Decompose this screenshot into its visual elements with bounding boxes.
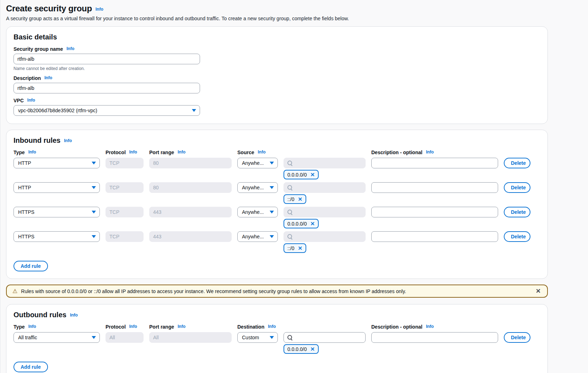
- inbound-description-input[interactable]: [371, 158, 498, 168]
- outbound-port-input: All: [149, 332, 232, 343]
- inbound-col-source-info-link[interactable]: Info: [258, 150, 265, 155]
- outbound-destination-search[interactable]: [284, 332, 366, 343]
- vpc-info-link[interactable]: Info: [27, 98, 35, 103]
- inbound-col-port-info-link[interactable]: Info: [178, 150, 185, 155]
- delete-rule-button[interactable]: Delete: [504, 332, 530, 343]
- inbound-rule-row: HTTPS TCP 443 Anywhe... Delete 0.0.0.0/0…: [14, 207, 540, 229]
- inbound-rules-info-link[interactable]: Info: [64, 138, 72, 143]
- outbound-column-headers: TypeInfo ProtocolInfo Port rangeInfo Des…: [14, 324, 540, 330]
- caret-down-icon: [270, 162, 274, 164]
- inbound-source-value: Anywhe...: [242, 160, 264, 166]
- warning-text: Rules with source of 0.0.0.0/0 or ::/0 a…: [21, 288, 406, 294]
- inbound-source-value: Anywhe...: [242, 234, 264, 239]
- inbound-rule-row: HTTP TCP 80 Anywhe... Delete 0.0.0.0/0✕: [14, 158, 540, 180]
- outbound-col-protocol: Protocol: [106, 324, 126, 330]
- outbound-rule-row: All traffic All All Custom Delete 0.0.0.…: [14, 332, 540, 355]
- inbound-col-source: Source: [237, 150, 254, 155]
- inbound-col-type-info-link[interactable]: Info: [28, 150, 36, 155]
- inbound-rules-panel: Inbound rulesInfo TypeInfo ProtocolInfo …: [6, 130, 548, 279]
- security-group-name-field: Security group nameInfo Name cannot be e…: [14, 46, 540, 71]
- outbound-destination-select[interactable]: Custom: [237, 332, 278, 343]
- search-icon: [287, 185, 293, 190]
- outbound-type-value: All traffic: [18, 335, 37, 340]
- source-token-label: ::/0: [287, 196, 294, 202]
- close-icon[interactable]: ✕: [535, 287, 541, 295]
- outbound-col-description: Description - optional: [371, 324, 422, 330]
- remove-token-icon[interactable]: ✕: [311, 221, 315, 226]
- inbound-description-input[interactable]: [371, 231, 498, 242]
- outbound-col-type-info-link[interactable]: Info: [28, 324, 36, 329]
- inbound-source-search: [284, 182, 366, 193]
- description-info-link[interactable]: Info: [44, 75, 52, 80]
- remove-token-icon[interactable]: ✕: [311, 346, 315, 352]
- outbound-col-destination: Destination: [237, 324, 264, 330]
- source-token: ::/0✕: [284, 243, 306, 253]
- outbound-col-description-info-link[interactable]: Info: [426, 324, 434, 329]
- remove-token-icon[interactable]: ✕: [311, 172, 315, 177]
- search-icon: [287, 209, 293, 215]
- destination-token: 0.0.0.0/0✕: [284, 344, 319, 354]
- inbound-type-select[interactable]: HTTPS: [14, 207, 100, 217]
- outbound-rules-info-link[interactable]: Info: [70, 313, 78, 318]
- page-title: Create security group: [6, 4, 92, 13]
- inbound-protocol-input: TCP: [106, 207, 144, 217]
- inbound-col-description: Description - optional: [371, 150, 422, 155]
- search-icon: [287, 160, 293, 166]
- inbound-port-input: 443: [149, 207, 232, 217]
- inbound-rule-row: HTTP TCP 80 Anywhe... Delete ::/0✕: [14, 182, 540, 205]
- inbound-protocol-input: TCP: [106, 231, 144, 242]
- page-info-link[interactable]: Info: [96, 7, 103, 12]
- outbound-type-select[interactable]: All traffic: [14, 332, 100, 343]
- inbound-description-input[interactable]: [371, 182, 498, 193]
- source-token: 0.0.0.0/0✕: [284, 170, 319, 179]
- delete-rule-button[interactable]: Delete: [504, 182, 530, 193]
- outbound-col-type: Type: [14, 324, 25, 330]
- caret-down-icon: [192, 109, 196, 112]
- delete-rule-button[interactable]: Delete: [504, 158, 530, 168]
- destination-token-label: 0.0.0.0/0: [287, 346, 307, 352]
- inbound-protocol-input: TCP: [106, 158, 144, 168]
- delete-rule-button[interactable]: Delete: [504, 231, 530, 242]
- inbound-type-value: HTTPS: [18, 209, 34, 215]
- remove-token-icon[interactable]: ✕: [298, 245, 302, 251]
- inbound-col-port: Port range: [149, 150, 174, 155]
- inbound-col-protocol: Protocol: [106, 150, 126, 155]
- basic-details-heading: Basic details: [14, 33, 57, 41]
- outbound-rules-heading: Outbound rules: [14, 311, 66, 319]
- description-input[interactable]: [14, 83, 200, 93]
- outbound-col-protocol-info-link[interactable]: Info: [129, 324, 137, 329]
- inbound-type-value: HTTP: [18, 185, 31, 190]
- outbound-description-input[interactable]: [371, 332, 498, 343]
- inbound-port-input: 80: [149, 158, 232, 168]
- remove-token-icon[interactable]: ✕: [298, 196, 302, 202]
- outbound-col-port: Port range: [149, 324, 174, 330]
- warning-icon: ⚠: [12, 288, 17, 294]
- caret-down-icon: [92, 162, 96, 164]
- security-group-name-input[interactable]: [14, 54, 200, 64]
- inbound-type-select[interactable]: HTTPS: [14, 231, 100, 242]
- inbound-rules-heading: Inbound rules: [14, 136, 60, 144]
- caret-down-icon: [92, 186, 96, 189]
- outbound-col-destination-info-link[interactable]: Info: [268, 324, 276, 329]
- inbound-col-description-info-link[interactable]: Info: [426, 150, 434, 155]
- inbound-col-protocol-info-link[interactable]: Info: [129, 150, 137, 155]
- inbound-source-select[interactable]: Anywhe...: [237, 182, 278, 193]
- inbound-source-select[interactable]: Anywhe...: [237, 207, 278, 217]
- inbound-column-headers: TypeInfo ProtocolInfo Port rangeInfo Sou…: [14, 150, 540, 155]
- basic-details-panel: Basic details Security group nameInfo Na…: [6, 26, 548, 124]
- security-group-name-info-link[interactable]: Info: [66, 46, 74, 51]
- search-icon: [287, 335, 293, 340]
- delete-rule-button[interactable]: Delete: [504, 207, 530, 217]
- outbound-col-port-info-link[interactable]: Info: [178, 324, 185, 329]
- inbound-type-select[interactable]: HTTP: [14, 182, 100, 193]
- description-field: DescriptionInfo: [14, 75, 540, 93]
- inbound-description-input[interactable]: [371, 207, 498, 217]
- inbound-source-search: [284, 158, 366, 168]
- vpc-select[interactable]: vpc-0b2006d7b8de35902 (rtfm-vpc): [14, 105, 200, 116]
- add-rule-button[interactable]: Add rule: [14, 261, 48, 271]
- inbound-source-select[interactable]: Anywhe...: [237, 158, 278, 168]
- inbound-type-select[interactable]: HTTP: [14, 158, 100, 168]
- description-label: Description: [14, 75, 41, 81]
- add-rule-button[interactable]: Add rule: [14, 362, 48, 372]
- inbound-source-select[interactable]: Anywhe...: [237, 231, 278, 242]
